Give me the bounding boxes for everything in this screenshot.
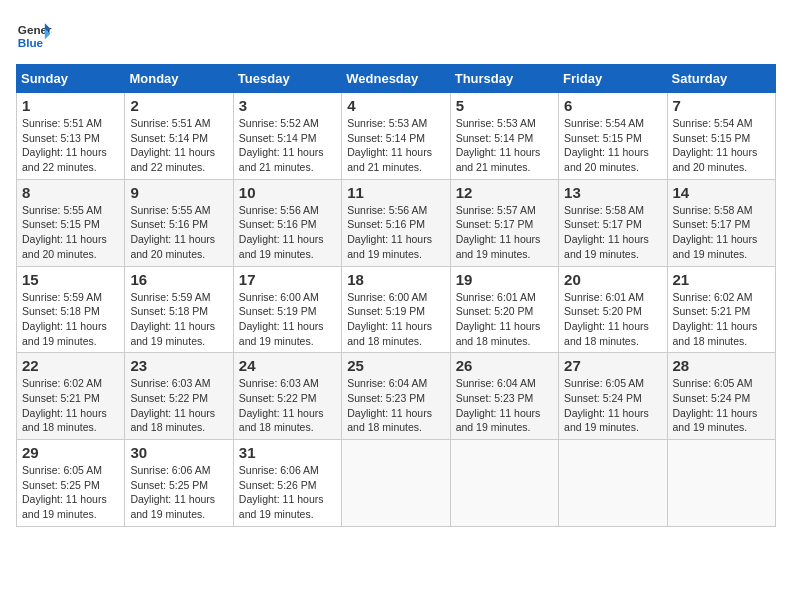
- day-number: 25: [347, 357, 444, 374]
- day-number: 31: [239, 444, 336, 461]
- day-info: Sunrise: 5:56 AM Sunset: 5:16 PM Dayligh…: [239, 203, 336, 262]
- calendar-cell: 29Sunrise: 6:05 AM Sunset: 5:25 PM Dayli…: [17, 440, 125, 527]
- day-info: Sunrise: 5:53 AM Sunset: 5:14 PM Dayligh…: [347, 116, 444, 175]
- day-header-tuesday: Tuesday: [233, 65, 341, 93]
- calendar-cell: 1Sunrise: 5:51 AM Sunset: 5:13 PM Daylig…: [17, 93, 125, 180]
- calendar-week-row: 15Sunrise: 5:59 AM Sunset: 5:18 PM Dayli…: [17, 266, 776, 353]
- calendar-cell: 7Sunrise: 5:54 AM Sunset: 5:15 PM Daylig…: [667, 93, 775, 180]
- day-number: 30: [130, 444, 227, 461]
- calendar-cell: 2Sunrise: 5:51 AM Sunset: 5:14 PM Daylig…: [125, 93, 233, 180]
- day-info: Sunrise: 5:57 AM Sunset: 5:17 PM Dayligh…: [456, 203, 553, 262]
- calendar-cell: 26Sunrise: 6:04 AM Sunset: 5:23 PM Dayli…: [450, 353, 558, 440]
- day-info: Sunrise: 6:00 AM Sunset: 5:19 PM Dayligh…: [239, 290, 336, 349]
- day-info: Sunrise: 5:54 AM Sunset: 5:15 PM Dayligh…: [564, 116, 661, 175]
- logo-icon: General Blue: [16, 16, 52, 52]
- calendar-cell: 30Sunrise: 6:06 AM Sunset: 5:25 PM Dayli…: [125, 440, 233, 527]
- calendar-cell: 23Sunrise: 6:03 AM Sunset: 5:22 PM Dayli…: [125, 353, 233, 440]
- day-number: 26: [456, 357, 553, 374]
- day-info: Sunrise: 6:03 AM Sunset: 5:22 PM Dayligh…: [130, 376, 227, 435]
- calendar-cell: 28Sunrise: 6:05 AM Sunset: 5:24 PM Dayli…: [667, 353, 775, 440]
- day-number: 9: [130, 184, 227, 201]
- day-number: 7: [673, 97, 770, 114]
- day-header-saturday: Saturday: [667, 65, 775, 93]
- day-info: Sunrise: 6:05 AM Sunset: 5:25 PM Dayligh…: [22, 463, 119, 522]
- day-info: Sunrise: 6:02 AM Sunset: 5:21 PM Dayligh…: [673, 290, 770, 349]
- calendar-cell: 17Sunrise: 6:00 AM Sunset: 5:19 PM Dayli…: [233, 266, 341, 353]
- svg-text:Blue: Blue: [18, 36, 44, 49]
- day-number: 22: [22, 357, 119, 374]
- day-info: Sunrise: 5:58 AM Sunset: 5:17 PM Dayligh…: [564, 203, 661, 262]
- day-info: Sunrise: 5:54 AM Sunset: 5:15 PM Dayligh…: [673, 116, 770, 175]
- calendar-cell: 20Sunrise: 6:01 AM Sunset: 5:20 PM Dayli…: [559, 266, 667, 353]
- calendar-cell: [450, 440, 558, 527]
- day-number: 14: [673, 184, 770, 201]
- day-info: Sunrise: 5:52 AM Sunset: 5:14 PM Dayligh…: [239, 116, 336, 175]
- day-header-wednesday: Wednesday: [342, 65, 450, 93]
- day-info: Sunrise: 6:01 AM Sunset: 5:20 PM Dayligh…: [456, 290, 553, 349]
- day-number: 13: [564, 184, 661, 201]
- calendar-cell: 18Sunrise: 6:00 AM Sunset: 5:19 PM Dayli…: [342, 266, 450, 353]
- day-info: Sunrise: 6:01 AM Sunset: 5:20 PM Dayligh…: [564, 290, 661, 349]
- day-number: 1: [22, 97, 119, 114]
- calendar-body: 1Sunrise: 5:51 AM Sunset: 5:13 PM Daylig…: [17, 93, 776, 527]
- calendar-cell: 15Sunrise: 5:59 AM Sunset: 5:18 PM Dayli…: [17, 266, 125, 353]
- day-info: Sunrise: 5:51 AM Sunset: 5:13 PM Dayligh…: [22, 116, 119, 175]
- day-info: Sunrise: 6:00 AM Sunset: 5:19 PM Dayligh…: [347, 290, 444, 349]
- day-info: Sunrise: 5:53 AM Sunset: 5:14 PM Dayligh…: [456, 116, 553, 175]
- day-header-friday: Friday: [559, 65, 667, 93]
- day-number: 18: [347, 271, 444, 288]
- logo: General Blue: [16, 16, 52, 52]
- calendar-cell: 22Sunrise: 6:02 AM Sunset: 5:21 PM Dayli…: [17, 353, 125, 440]
- day-number: 29: [22, 444, 119, 461]
- day-info: Sunrise: 5:55 AM Sunset: 5:15 PM Dayligh…: [22, 203, 119, 262]
- day-info: Sunrise: 6:02 AM Sunset: 5:21 PM Dayligh…: [22, 376, 119, 435]
- day-number: 5: [456, 97, 553, 114]
- calendar-week-row: 22Sunrise: 6:02 AM Sunset: 5:21 PM Dayli…: [17, 353, 776, 440]
- calendar-cell: 27Sunrise: 6:05 AM Sunset: 5:24 PM Dayli…: [559, 353, 667, 440]
- calendar-cell: 6Sunrise: 5:54 AM Sunset: 5:15 PM Daylig…: [559, 93, 667, 180]
- day-number: 16: [130, 271, 227, 288]
- calendar-cell: 25Sunrise: 6:04 AM Sunset: 5:23 PM Dayli…: [342, 353, 450, 440]
- day-number: 27: [564, 357, 661, 374]
- day-number: 6: [564, 97, 661, 114]
- calendar-cell: 14Sunrise: 5:58 AM Sunset: 5:17 PM Dayli…: [667, 179, 775, 266]
- day-number: 11: [347, 184, 444, 201]
- day-info: Sunrise: 6:06 AM Sunset: 5:25 PM Dayligh…: [130, 463, 227, 522]
- day-number: 4: [347, 97, 444, 114]
- day-number: 20: [564, 271, 661, 288]
- day-number: 17: [239, 271, 336, 288]
- day-info: Sunrise: 6:05 AM Sunset: 5:24 PM Dayligh…: [673, 376, 770, 435]
- day-number: 24: [239, 357, 336, 374]
- calendar-week-row: 8Sunrise: 5:55 AM Sunset: 5:15 PM Daylig…: [17, 179, 776, 266]
- day-info: Sunrise: 6:05 AM Sunset: 5:24 PM Dayligh…: [564, 376, 661, 435]
- day-info: Sunrise: 5:59 AM Sunset: 5:18 PM Dayligh…: [130, 290, 227, 349]
- day-info: Sunrise: 6:03 AM Sunset: 5:22 PM Dayligh…: [239, 376, 336, 435]
- calendar-cell: 31Sunrise: 6:06 AM Sunset: 5:26 PM Dayli…: [233, 440, 341, 527]
- calendar-cell: 21Sunrise: 6:02 AM Sunset: 5:21 PM Dayli…: [667, 266, 775, 353]
- calendar-week-row: 1Sunrise: 5:51 AM Sunset: 5:13 PM Daylig…: [17, 93, 776, 180]
- day-info: Sunrise: 5:56 AM Sunset: 5:16 PM Dayligh…: [347, 203, 444, 262]
- calendar-table: SundayMondayTuesdayWednesdayThursdayFrid…: [16, 64, 776, 527]
- day-number: 10: [239, 184, 336, 201]
- day-info: Sunrise: 6:06 AM Sunset: 5:26 PM Dayligh…: [239, 463, 336, 522]
- day-info: Sunrise: 6:04 AM Sunset: 5:23 PM Dayligh…: [347, 376, 444, 435]
- calendar-cell: 11Sunrise: 5:56 AM Sunset: 5:16 PM Dayli…: [342, 179, 450, 266]
- day-info: Sunrise: 5:51 AM Sunset: 5:14 PM Dayligh…: [130, 116, 227, 175]
- day-number: 15: [22, 271, 119, 288]
- calendar-cell: 3Sunrise: 5:52 AM Sunset: 5:14 PM Daylig…: [233, 93, 341, 180]
- calendar-cell: [342, 440, 450, 527]
- day-number: 12: [456, 184, 553, 201]
- calendar-cell: 13Sunrise: 5:58 AM Sunset: 5:17 PM Dayli…: [559, 179, 667, 266]
- day-number: 28: [673, 357, 770, 374]
- calendar-cell: 24Sunrise: 6:03 AM Sunset: 5:22 PM Dayli…: [233, 353, 341, 440]
- day-number: 19: [456, 271, 553, 288]
- calendar-cell: 9Sunrise: 5:55 AM Sunset: 5:16 PM Daylig…: [125, 179, 233, 266]
- day-number: 21: [673, 271, 770, 288]
- calendar-cell: 19Sunrise: 6:01 AM Sunset: 5:20 PM Dayli…: [450, 266, 558, 353]
- calendar-cell: 10Sunrise: 5:56 AM Sunset: 5:16 PM Dayli…: [233, 179, 341, 266]
- day-header-thursday: Thursday: [450, 65, 558, 93]
- day-info: Sunrise: 6:04 AM Sunset: 5:23 PM Dayligh…: [456, 376, 553, 435]
- calendar-cell: 4Sunrise: 5:53 AM Sunset: 5:14 PM Daylig…: [342, 93, 450, 180]
- day-number: 23: [130, 357, 227, 374]
- day-info: Sunrise: 5:59 AM Sunset: 5:18 PM Dayligh…: [22, 290, 119, 349]
